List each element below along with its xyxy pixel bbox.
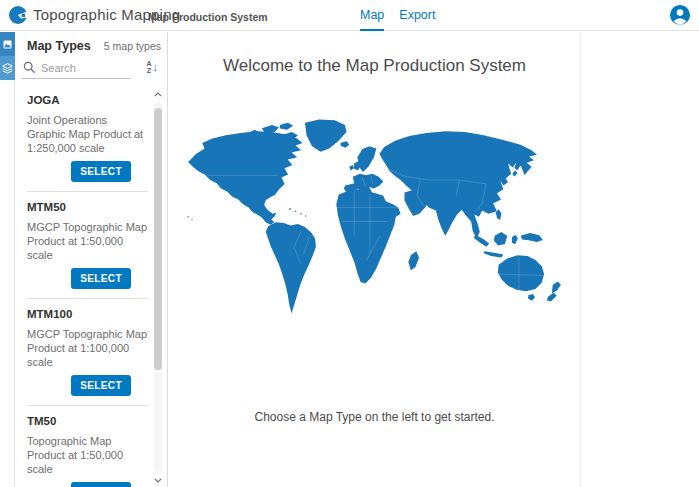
chevron-up-icon bbox=[154, 92, 162, 97]
app-logo-icon bbox=[8, 5, 28, 25]
card-actions: SELECT bbox=[27, 482, 148, 487]
main-tabs: Map Export bbox=[360, 0, 435, 31]
sort-az-icon: AZ bbox=[146, 60, 151, 74]
search-box bbox=[21, 59, 131, 79]
map-type-count: 5 map types bbox=[104, 40, 161, 52]
panel-title: Map Types bbox=[27, 39, 91, 53]
world-map bbox=[185, 118, 577, 318]
map-type-name: TM50 bbox=[27, 415, 148, 427]
sidebar-scrollbar bbox=[152, 88, 164, 486]
search-icon bbox=[23, 61, 36, 74]
panel-header: Map Types 5 map types bbox=[27, 39, 161, 53]
sort-button[interactable]: AZ ↓ bbox=[146, 60, 158, 74]
card-actions: SELECT bbox=[27, 375, 148, 396]
search-row: AZ ↓ bbox=[21, 59, 162, 81]
map-type-card: MTM100 MGCP Topographic Map Product at 1… bbox=[27, 299, 148, 406]
app-subtitle: Map Production System bbox=[148, 11, 268, 23]
rail-layers-button[interactable] bbox=[0, 56, 15, 80]
app-header: Topographic Mapping Map Production Syste… bbox=[0, 0, 699, 31]
layers-icon bbox=[2, 63, 13, 74]
map-type-card: JOGA Joint Operations Graphic Map Produc… bbox=[27, 85, 148, 192]
tab-export[interactable]: Export bbox=[399, 0, 435, 31]
card-actions: SELECT bbox=[27, 268, 148, 289]
select-button[interactable]: SELECT bbox=[71, 161, 131, 182]
tab-map[interactable]: Map bbox=[360, 0, 384, 31]
card-actions: SELECT bbox=[27, 161, 148, 182]
select-button[interactable]: SELECT bbox=[71, 482, 131, 487]
sort-arrow-icon: ↓ bbox=[153, 62, 159, 73]
action-rail bbox=[0, 32, 15, 487]
rail-map-types-button[interactable] bbox=[0, 32, 15, 56]
search-input[interactable] bbox=[41, 62, 119, 74]
map-tile-icon bbox=[3, 40, 12, 49]
scrollbar-thumb[interactable] bbox=[154, 108, 162, 370]
map-type-list: JOGA Joint Operations Graphic Map Produc… bbox=[27, 85, 148, 487]
right-gutter bbox=[582, 32, 699, 487]
user-avatar-button[interactable] bbox=[670, 5, 690, 25]
map-type-name: MTM100 bbox=[27, 308, 148, 320]
select-button[interactable]: SELECT bbox=[71, 375, 131, 396]
scroll-up-button[interactable] bbox=[152, 88, 164, 100]
map-type-card: MTM50 MGCP Topographic Map Product at 1:… bbox=[27, 192, 148, 299]
main-content: Welcome to the Map Production System bbox=[169, 32, 581, 487]
select-button[interactable]: SELECT bbox=[71, 268, 131, 289]
map-types-panel: Map Types 5 map types AZ ↓ JOGA Joint Op… bbox=[16, 32, 168, 487]
welcome-title: Welcome to the Map Production System bbox=[169, 56, 580, 76]
map-type-name: JOGA bbox=[27, 94, 148, 106]
user-icon bbox=[670, 5, 690, 25]
map-type-description: Topographic Map Product at 1:50,000 scal… bbox=[27, 434, 148, 476]
map-type-name: MTM50 bbox=[27, 201, 148, 213]
map-type-description: MGCP Topographic Map Product at 1:100,00… bbox=[27, 327, 148, 369]
map-type-description: Joint Operations Graphic Map Product at … bbox=[27, 113, 148, 155]
helper-text: Choose a Map Type on the left to get sta… bbox=[169, 410, 580, 424]
scroll-down-button[interactable] bbox=[152, 474, 164, 486]
map-type-card: TM50 Topographic Map Product at 1:50,000… bbox=[27, 406, 148, 487]
app-window: Topographic Mapping Map Production Syste… bbox=[0, 0, 699, 487]
chevron-down-icon bbox=[154, 478, 162, 483]
map-type-description: MGCP Topographic Map Product at 1:50,000… bbox=[27, 220, 148, 262]
